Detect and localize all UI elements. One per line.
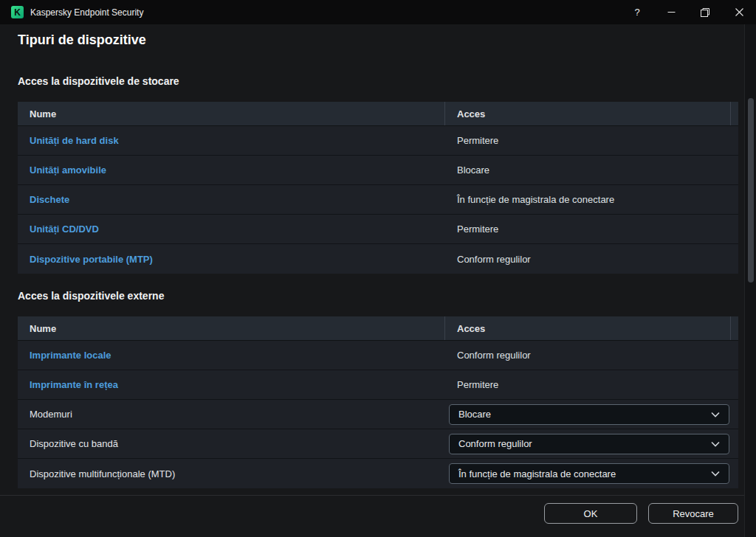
section-heading-external: Acces la dispozitivele externe: [18, 290, 164, 302]
device-label: Dispozitive multifuncționale (MTD): [18, 468, 445, 479]
help-button[interactable]: ?: [620, 0, 654, 24]
section-heading-storage: Acces la dispozitivele de stocare: [18, 75, 179, 87]
device-link[interactable]: Unități de hard disk: [18, 135, 445, 146]
device-link[interactable]: Imprimante locale: [18, 350, 445, 361]
table-row: Imprimante locale Conform regulilor: [18, 341, 738, 370]
access-select[interactable]: În funcție de magistrala de conectare: [449, 463, 729, 484]
access-value: Conform regulilor: [445, 350, 738, 361]
access-value: Conform regulilor: [445, 254, 738, 265]
access-cell: Conform regulilor: [445, 434, 738, 454]
chevron-down-icon: [711, 471, 720, 477]
cancel-button[interactable]: Revocare: [648, 503, 738, 524]
window-controls: ?: [620, 0, 756, 24]
table-header: Nume Acces: [18, 316, 738, 341]
device-label: Modemuri: [18, 409, 445, 420]
access-value: Permitere: [445, 224, 738, 235]
table-row: Dischete În funcție de magistrala de con…: [18, 185, 738, 215]
close-button[interactable]: [722, 0, 756, 24]
table-row: Unități amovibile Blocare: [18, 156, 738, 185]
device-link[interactable]: Dischete: [18, 194, 445, 205]
chevron-down-icon: [711, 412, 720, 418]
device-link[interactable]: Unități CD/DVD: [18, 224, 445, 235]
table-header: Nume Acces: [18, 102, 738, 126]
access-value: Permitere: [445, 135, 738, 146]
table-body: Unități de hard disk Permitere Unități a…: [18, 126, 738, 274]
app-title: Kaspersky Endpoint Security: [30, 7, 143, 18]
access-select-value: Blocare: [458, 409, 491, 420]
table-body: Imprimante locale Conform regulilor Impr…: [18, 341, 738, 488]
scrollbar-track[interactable]: [744, 24, 756, 537]
close-icon: [735, 8, 743, 16]
table-row: Dispozitive multifuncționale (MTD) În fu…: [18, 459, 738, 488]
external-devices-table: Nume Acces Imprimante locale Conform reg…: [18, 316, 738, 488]
table-row: Dispozitive portabile (MTP) Conform regu…: [18, 244, 738, 274]
table-row: Dispozitive cu bandă Conform regulilor: [18, 429, 738, 459]
column-header-nume: Nume: [18, 316, 445, 340]
column-header-nume: Nume: [18, 102, 445, 125]
access-cell: Blocare: [445, 404, 738, 425]
restore-button[interactable]: [688, 0, 722, 24]
restore-icon: [701, 8, 709, 17]
page-title: Tipuri de dispozitive: [18, 32, 146, 48]
access-value: Permitere: [445, 379, 738, 390]
access-select-value: În funcție de magistrala de conectare: [458, 468, 616, 479]
titlebar: K Kaspersky Endpoint Security ?: [0, 0, 756, 24]
device-label: Dispozitive cu bandă: [18, 438, 445, 449]
device-link[interactable]: Dispozitive portabile (MTP): [18, 254, 445, 265]
kaspersky-logo-icon: K: [11, 6, 24, 18]
access-select[interactable]: Conform regulilor: [449, 434, 729, 454]
table-row: Unități de hard disk Permitere: [18, 126, 738, 156]
device-link[interactable]: Unități amovibile: [18, 164, 445, 176]
footer-divider: [0, 495, 756, 496]
access-select-value: Conform regulilor: [458, 438, 532, 449]
table-row: Modemuri Blocare: [18, 400, 738, 429]
chevron-down-icon: [711, 441, 720, 447]
device-link[interactable]: Imprimante în rețea: [18, 379, 445, 390]
header-end-spacer: [731, 316, 738, 340]
access-cell: În funcție de magistrala de conectare: [445, 463, 738, 484]
table-row: Imprimante în rețea Permitere: [18, 370, 738, 400]
minimize-icon: [667, 8, 676, 16]
minimize-button[interactable]: [654, 0, 688, 24]
scrollbar-thumb[interactable]: [748, 98, 754, 283]
access-value: În funcție de magistrala de conectare: [445, 194, 738, 205]
storage-devices-table: Nume Acces Unități de hard disk Permiter…: [18, 102, 738, 274]
access-value: Blocare: [445, 164, 738, 176]
ok-button[interactable]: OK: [544, 503, 637, 524]
table-row: Unități CD/DVD Permitere: [18, 215, 738, 244]
access-select[interactable]: Blocare: [449, 404, 729, 425]
column-header-acces: Acces: [445, 102, 731, 125]
column-header-acces: Acces: [445, 316, 731, 340]
help-icon: ?: [634, 7, 639, 18]
header-end-spacer: [731, 102, 738, 125]
